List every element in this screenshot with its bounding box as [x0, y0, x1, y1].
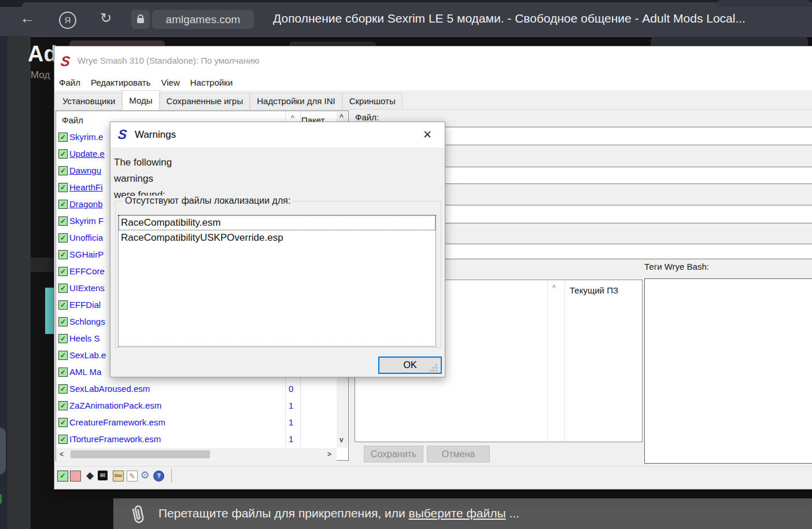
ok-button[interactable]: OK — [378, 357, 442, 374]
column-divider — [564, 280, 565, 442]
scroll-left-icon[interactable]: < — [60, 450, 64, 458]
choose-files-link[interactable]: выберите файлы — [409, 506, 506, 520]
scroll-right-icon[interactable]: > — [327, 450, 331, 458]
save-button[interactable]: Сохранить — [364, 446, 423, 462]
mod-label: Dawngu — [69, 166, 101, 175]
window-title: Wrye Smash 310 (Standalone): По умолчани… — [77, 56, 260, 65]
lock-icon — [137, 18, 144, 23]
tab-Моды[interactable]: Моды — [122, 90, 159, 110]
scrollbar-thumb[interactable] — [71, 450, 210, 458]
mod-label: UIExtens — [69, 283, 105, 293]
mod-checkbox-icon[interactable]: ✓ — [58, 435, 68, 444]
mod-checkbox-icon[interactable]: ✓ — [58, 133, 68, 142]
tab-Сохраненные игры[interactable]: Сохраненные игры — [160, 93, 250, 109]
bash-tags-label: Теги Wrye Bash: — [644, 262, 709, 271]
mod-label: Unofficia — [69, 233, 103, 243]
browser-tab-title: Дополнение сборки Sexrim LE 5 модами. - … — [273, 12, 745, 25]
package-count: 1 — [289, 401, 293, 410]
mod-checkbox-icon[interactable]: ✓ — [58, 401, 68, 410]
tab-Надстройки для INI[interactable]: Надстройки для INI — [250, 93, 342, 109]
mod-checkbox-icon[interactable]: ✓ — [58, 183, 68, 192]
back-icon[interactable]: ← — [20, 9, 35, 27]
envelope-icon[interactable] — [98, 471, 108, 480]
missing-files-list[interactable]: RaceCompatibility.esmRaceCompatibilityUS… — [118, 215, 436, 347]
diamond-icon[interactable] — [85, 471, 95, 480]
mod-checkbox-icon[interactable]: ✓ — [58, 166, 68, 175]
mod-checkbox-icon[interactable]: ✓ — [58, 418, 68, 427]
mod-checkbox-icon[interactable]: ✓ — [58, 317, 68, 326]
mod-row[interactable]: ✓CreatureFramework.esm1 — [56, 414, 336, 431]
bash-tags-box[interactable] — [644, 278, 812, 464]
mod-checkbox-icon[interactable]: ✓ — [58, 284, 68, 293]
refresh-icon[interactable]: ↻ — [100, 10, 112, 26]
mod-checkbox-icon[interactable]: ✓ — [58, 250, 68, 259]
gear-icon[interactable] — [140, 471, 150, 480]
mod-checkbox-icon[interactable]: ✓ — [58, 233, 68, 243]
sort-arrow-icon[interactable]: ^ — [291, 114, 294, 122]
column-header-file[interactable]: Файл — [62, 115, 83, 125]
scroll-up-icon[interactable]: ^ — [339, 113, 344, 121]
toolbar-separator — [171, 469, 172, 483]
dropzone-text: Перетащите файлы для прикрепления, или в… — [158, 506, 519, 520]
close-icon[interactable]: ✕ — [423, 128, 432, 141]
tab-strip: УстановщикиМодыСохраненные игрыНадстройк… — [56, 90, 812, 110]
mod-checkbox-icon[interactable]: ✓ — [58, 267, 68, 276]
dropzone-prefix: Перетащите файлы для прикрепления, или — [158, 506, 409, 520]
page-rounded-edge — [0, 427, 6, 475]
package-count: 1 — [289, 434, 293, 444]
browser-active-tab[interactable] — [22, 2, 812, 7]
missing-localization-group: Отсутствуют файлы локализации для: RaceC… — [115, 201, 441, 348]
yandex-logo-icon[interactable]: Я — [59, 12, 76, 29]
mod-checkbox-icon[interactable]: ✓ — [58, 200, 68, 209]
mod-label: Skyrim F — [69, 216, 104, 226]
mod-checkbox-icon[interactable]: ✓ — [58, 368, 68, 377]
mod-checkbox-icon[interactable]: ✓ — [58, 149, 68, 159]
address-bar[interactable]: amlgames.com — [152, 10, 254, 29]
missing-file-item[interactable]: RaceCompatibility.esm — [119, 215, 435, 230]
menu-item-0[interactable]: Файл — [59, 78, 80, 87]
mod-label: SexLab.e — [69, 350, 106, 360]
sort-arrow-icon[interactable]: ^ — [552, 284, 556, 292]
mod-checkbox-icon[interactable]: ✓ — [58, 334, 68, 343]
mod-label: Heels S — [69, 333, 100, 343]
screen: ← Я ↻ amlgames.com Дополнение сборки Sex… — [0, 0, 812, 529]
mod-checkbox-icon[interactable]: ✓ — [58, 351, 68, 360]
mod-checkbox-icon[interactable]: ✓ — [58, 384, 68, 394]
menu-item-2[interactable]: View — [161, 78, 180, 87]
menu-item-3[interactable]: Настройки — [190, 78, 233, 87]
menu-bar: ФайлРедактироватьViewНастройки — [59, 75, 232, 90]
resize-grip[interactable] — [435, 370, 437, 372]
paperclip-icon — [126, 502, 150, 527]
mod-label: AML Ma — [69, 367, 101, 377]
edit-doc-icon[interactable] — [127, 471, 138, 482]
green-checkbox-icon[interactable] — [57, 471, 68, 482]
cancel-button[interactable]: Отмена — [427, 446, 490, 462]
mod-row[interactable]: ✓SexLabAroused.esm0 — [56, 381, 336, 398]
page-nav-label: Мод — [31, 69, 50, 81]
site-logo-text: Ad — [28, 42, 57, 67]
mod-label: HearthFi — [69, 182, 103, 192]
horizontal-scrollbar[interactable]: < > — [57, 448, 337, 461]
mod-checkbox-icon[interactable]: ✓ — [58, 216, 68, 226]
package-count: 1 — [289, 417, 293, 427]
mod-label: Skyrim.e — [69, 132, 103, 142]
mod-row[interactable]: ✓ITortureFramework.esm1 — [56, 431, 336, 448]
dropzone-suffix: ... — [506, 506, 519, 520]
scroll-down-icon[interactable]: v — [339, 436, 344, 444]
missing-file-item[interactable]: RaceCompatibilityUSKPOverride.esp — [119, 230, 435, 245]
browser-other-tab[interactable] — [715, 0, 812, 7]
mod-label: CreatureFramework.esm — [69, 417, 165, 427]
mod-checkbox-icon[interactable]: ✓ — [58, 300, 68, 310]
doc-icon[interactable] — [113, 471, 124, 482]
page-card-divider — [31, 258, 54, 272]
help-icon[interactable] — [153, 471, 164, 482]
tab-Установщики[interactable]: Установщики — [56, 93, 122, 109]
site-lock-button[interactable] — [131, 10, 150, 29]
mod-label: Schlongs — [69, 317, 105, 326]
tab-Скриншоты[interactable]: Скриншоты — [342, 93, 403, 109]
column-header-current-lo[interactable]: Текущий ПЗ — [570, 285, 618, 295]
pink-checkbox-icon[interactable] — [70, 471, 81, 482]
attachment-dropzone[interactable]: Перетащите файлы для прикрепления, или в… — [113, 498, 812, 529]
mod-row[interactable]: ✓ZaZAnimationPack.esm1 — [56, 398, 336, 414]
menu-item-1[interactable]: Редактировать — [91, 78, 151, 87]
